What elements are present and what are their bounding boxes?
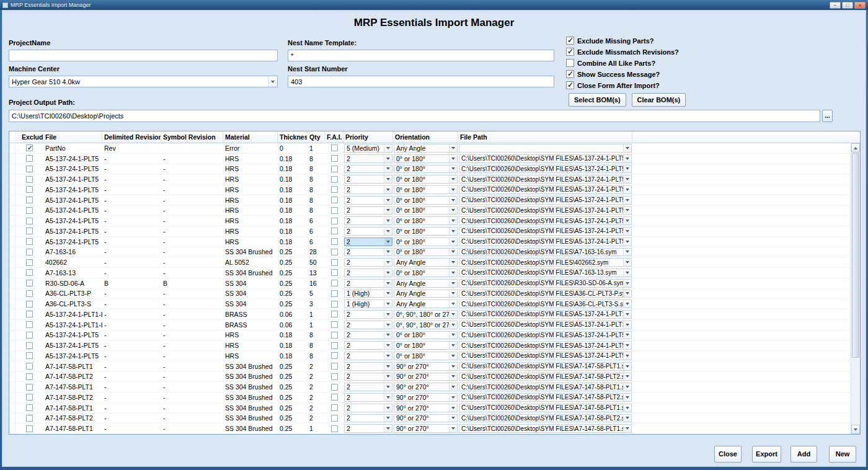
file-path-dropdown[interactable]: C:\Users\TCI00260\Desktop\SYM FILES\A7-1… — [459, 414, 632, 423]
fai-cell[interactable] — [325, 237, 343, 247]
fai-cell[interactable] — [325, 309, 343, 319]
fai-cell[interactable] — [325, 185, 343, 195]
row-selector[interactable] — [9, 247, 16, 257]
exclude-checkbox[interactable] — [26, 249, 33, 255]
exclude-checkbox[interactable] — [26, 321, 33, 328]
exclude-checkbox[interactable] — [26, 363, 33, 370]
orientation-cell[interactable]: Any Angle — [393, 299, 458, 309]
fai-cell[interactable] — [325, 340, 343, 350]
column-header-symbol-revision[interactable]: Symbol Revision — [161, 131, 223, 143]
fai-checkbox[interactable] — [331, 301, 338, 308]
priority-cell[interactable]: 2 — [343, 392, 393, 402]
file-path-cell[interactable]: C:\Users\TCI00260\Desktop\SYM FILES\A5-1… — [458, 226, 632, 236]
file-path-cell[interactable]: C:\Users\TCI00260\Desktop\SYM FILES\R30-… — [458, 278, 632, 288]
fai-cell[interactable] — [325, 174, 343, 184]
fai-cell[interactable] — [325, 154, 343, 164]
orientation-cell[interactable]: Any Angle — [393, 257, 458, 267]
file-path-dropdown[interactable]: C:\Users\TCI00260\Desktop\SYM FILES\A36-… — [459, 299, 632, 308]
priority-dropdown[interactable]: 2 — [344, 206, 392, 215]
file-path-cell[interactable]: C:\Users\TCI00260\Desktop\SYM FILES\A36-… — [458, 289, 632, 299]
orientation-cell[interactable]: 0°, 90°, 180° or 270° — [393, 309, 458, 319]
file-path-cell[interactable]: C:\Users\TCI00260\Desktop\SYM FILES\A5-1… — [458, 309, 632, 319]
table-row[interactable]: 402662 - - AL 5052 0.25 50 2 Any Angle C… — [9, 257, 851, 268]
orientation-dropdown[interactable]: 0° or 180° — [394, 331, 458, 340]
file-path-dropdown[interactable]: C:\Users\TCI00260\Desktop\SYM FILES\A5-1… — [459, 165, 632, 174]
orientation-dropdown[interactable]: 90° or 270° — [394, 373, 458, 381]
fai-cell[interactable] — [325, 351, 343, 361]
exclude-checkbox[interactable] — [26, 352, 33, 359]
priority-cell[interactable]: 2 — [343, 414, 393, 423]
exclude-checkbox[interactable] — [26, 228, 33, 234]
column-header-fai[interactable]: F.A.I. — [325, 131, 343, 143]
fai-cell[interactable] — [325, 330, 343, 340]
priority-cell[interactable]: 2 — [343, 237, 393, 247]
row-selector[interactable] — [9, 237, 16, 247]
file-path-dropdown[interactable]: C:\Users\TCI00260\Desktop\SYM FILES\A5-1… — [459, 237, 632, 246]
exclude-cell[interactable] — [16, 403, 43, 413]
file-path-cell[interactable]: C:\Users\TCI00260\Desktop\SYM FILES\A5-1… — [458, 174, 632, 184]
table-row[interactable]: A7-147-58-PLT1 - - SS 304 Brushed 0.25 2… — [9, 382, 851, 392]
exclude-cell[interactable] — [16, 257, 43, 267]
orientation-cell[interactable]: 90° or 270° — [393, 382, 458, 392]
orientation-cell[interactable]: Any Angle — [393, 143, 458, 153]
exclude-cell[interactable] — [16, 309, 43, 319]
table-row[interactable]: A5-137-24-1-PLT5 - - HRS 0.18 8 2 0° or … — [9, 340, 851, 351]
exclude-cell[interactable] — [16, 185, 43, 195]
table-row[interactable]: A7-147-58-PLT1 - - SS 304 Brushed 0.25 2… — [9, 403, 851, 414]
fai-checkbox[interactable] — [331, 280, 338, 286]
orientation-dropdown[interactable]: 0° or 180° — [394, 206, 458, 215]
fai-checkbox[interactable] — [331, 155, 338, 162]
fai-checkbox[interactable] — [331, 290, 338, 297]
orientation-cell[interactable]: 0° or 180° — [393, 268, 458, 278]
orientation-cell[interactable]: 0° or 180° — [393, 154, 458, 164]
orientation-dropdown[interactable]: Any Angle — [394, 299, 458, 308]
file-path-dropdown[interactable]: C:\Users\TCI00260\Desktop\SYM FILES\A5-1… — [459, 185, 632, 194]
file-path-cell[interactable]: C:\Users\TCI00260\Desktop\SYM FILES\A36-… — [458, 299, 632, 309]
exclude-checkbox[interactable] — [26, 155, 33, 162]
exclude-checkbox[interactable] — [26, 290, 33, 297]
column-header-file[interactable]: File — [43, 131, 102, 143]
orientation-dropdown[interactable]: 0° or 180° — [394, 175, 458, 184]
priority-dropdown[interactable]: 2 — [344, 321, 392, 329]
priority-dropdown[interactable]: 2 — [344, 383, 392, 391]
fai-checkbox[interactable] — [331, 166, 338, 172]
priority-dropdown[interactable]: 2 — [344, 404, 392, 412]
row-selector[interactable] — [9, 320, 16, 330]
priority-cell[interactable]: 2 — [343, 340, 393, 350]
table-row[interactable]: PartNo Rev Error 0 1 5 (Medium) Any Angl… — [9, 143, 851, 154]
fai-cell[interactable] — [325, 268, 343, 278]
fai-checkbox[interactable] — [331, 176, 338, 183]
fai-checkbox[interactable] — [331, 404, 338, 411]
priority-dropdown[interactable]: 2 — [344, 362, 392, 371]
fai-cell[interactable] — [325, 299, 343, 309]
table-row[interactable]: R30-SD-06-A B B SS 304 0.25 16 2 Any Ang… — [9, 278, 851, 289]
orientation-cell[interactable]: 0° or 180° — [393, 216, 458, 226]
row-selector[interactable] — [9, 278, 16, 288]
scroll-up-icon[interactable] — [851, 143, 860, 153]
column-header-orientation[interactable]: Orientation — [393, 131, 458, 143]
orientation-cell[interactable]: 0° or 180° — [393, 174, 458, 184]
exclude-cell[interactable] — [16, 330, 43, 340]
file-path-dropdown[interactable]: C:\Users\TCI00260\Desktop\SYM FILES\A7-1… — [459, 248, 632, 257]
fai-checkbox[interactable] — [331, 259, 338, 266]
row-selector[interactable] — [9, 309, 16, 319]
exclude-cell[interactable] — [16, 164, 43, 174]
orientation-dropdown[interactable]: Any Angle — [394, 279, 458, 288]
fai-checkbox[interactable] — [331, 373, 338, 380]
show-success-message-checkbox[interactable] — [566, 70, 574, 78]
exclude-cell[interactable] — [16, 340, 43, 350]
select-bom-button[interactable]: Select BOM(s) — [569, 93, 626, 107]
priority-cell[interactable]: 2 — [343, 216, 393, 226]
fai-checkbox[interactable] — [331, 363, 338, 370]
table-row[interactable]: A5-137-24-1-PLT5 - - HRS 0.18 6 2 0° or … — [9, 216, 851, 226]
orientation-cell[interactable]: 0° or 180° — [393, 206, 458, 216]
file-path-dropdown[interactable]: C:\Users\TCI00260\Desktop\SYM FILES\4026… — [459, 258, 632, 267]
file-path-cell[interactable]: C:\Users\TCI00260\Desktop\SYM FILES\A7-1… — [458, 382, 632, 392]
fai-checkbox[interactable] — [331, 197, 338, 203]
orientation-dropdown[interactable]: 90° or 270° — [394, 404, 458, 412]
file-path-dropdown[interactable]: C:\Users\TCI00260\Desktop\SYM FILES\A5-1… — [459, 227, 632, 236]
exclude-cell[interactable] — [16, 299, 43, 309]
file-path-dropdown[interactable]: C:\Users\TCI00260\Desktop\SYM FILES\A36-… — [459, 290, 632, 298]
file-path-cell[interactable]: C:\Users\TCI00260\Desktop\SYM FILES\A5-1… — [458, 320, 632, 330]
exclude-cell[interactable] — [16, 289, 43, 299]
